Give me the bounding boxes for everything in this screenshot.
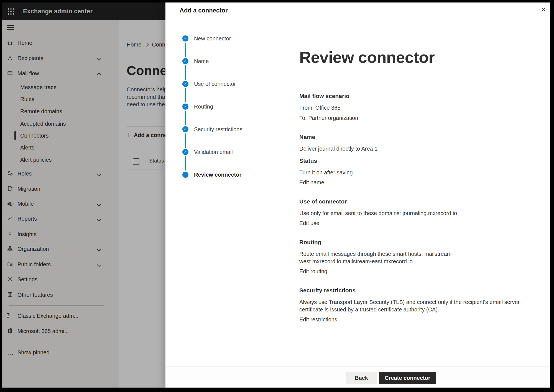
step-connector-line [185,88,186,102]
review-panel: Review connector Mail flow scenarioFrom:… [299,48,524,323]
section-text: Use only for email sent to these domains… [299,210,524,217]
step-connector-line [185,133,186,148]
wizard-step-label: New connector [194,35,231,42]
wizard-step-label: Use of connector [194,81,236,87]
wizard-step-routing[interactable]: ✓Routing [165,103,279,110]
step-connector-line [185,156,186,171]
step-complete-check-icon: ✓ [182,126,188,132]
wizard-step-name[interactable]: ✓Name [165,58,279,65]
wizard-step-label: Security restrictions [194,126,242,133]
dialog-title: Add a connector [180,6,228,15]
step-complete-check-icon: ✓ [182,81,188,87]
section-text: From: Office 365 [299,104,524,112]
dialog-footer: Back Create connector [165,367,550,388]
wizard-step-use-of-connector[interactable]: ✓Use of connector [165,81,279,87]
step-complete-check-icon: ✓ [182,58,188,64]
divider [279,18,279,366]
review-heading: Review connector [299,48,524,66]
section-text: Turn it on after saving [299,169,524,176]
step-connector-line [185,65,186,80]
section-heading: Name [299,133,524,141]
close-icon[interactable]: × [538,5,548,15]
screen: Exchange admin center HomeRecipientsMail… [2,2,550,388]
divider [165,18,550,18]
edit-routing-link[interactable]: Edit routing [299,268,327,275]
step-current-icon [182,172,188,178]
section-heading: Use of connector [299,198,524,205]
back-button[interactable]: Back [346,372,377,384]
create-connector-button[interactable]: Create connector [379,372,436,384]
edit-name-link[interactable]: Edit name [299,179,324,186]
section-heading: Mail flow scenario [299,92,524,100]
edit-use-link[interactable]: Edit use [299,220,319,227]
wizard-step-new-connector[interactable]: ✓New connector [165,35,279,42]
wizard-step-security-restrictions[interactable]: ✓Security restrictions [165,126,279,133]
section-text: Route email messages through these smart… [299,250,524,265]
section-text: Always use Transport Layer Security (TLS… [299,298,524,313]
step-complete-check-icon: ✓ [182,149,188,155]
section-heading: Security restrictions [299,287,524,294]
wizard-step-validation-email[interactable]: ✓Validation email [165,149,279,155]
section-text: To: Partner organization [299,114,524,122]
modal-dim-overlay [2,2,165,388]
section-text: Deliver journal directly to Area 1 [299,145,524,153]
wizard-step-label: Validation email [194,149,233,155]
wizard-step-label: Review connector [194,171,241,178]
step-complete-check-icon: ✓ [182,104,188,110]
step-connector-line [185,111,186,125]
step-complete-check-icon: ✓ [182,35,188,42]
section-heading: Routing [299,238,524,246]
edit-restrictions-link[interactable]: Edit restrictions [299,316,337,323]
wizard-step-label: Routing [194,103,213,110]
add-connector-dialog: Add a connector × ✓New connector✓Name✓Us… [165,2,550,388]
section-heading: Status [299,157,524,164]
wizard-step-review-connector[interactable]: Review connector [165,171,279,178]
wizard-step-label: Name [194,58,209,65]
step-connector-line [185,43,186,57]
